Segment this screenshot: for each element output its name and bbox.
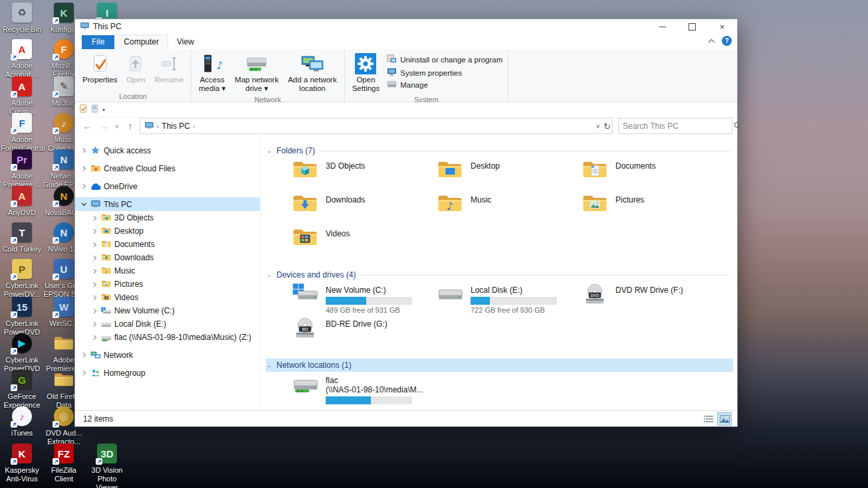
map-network-drive-button[interactable]: Map network drive ▾ bbox=[231, 50, 282, 95]
desktop-icon-3d-vision-photo-viewer[interactable]: 3D3D Vision Photo Viewer bbox=[86, 443, 128, 488]
desktop-icon-filezilla-client[interactable]: FZFileZilla Client bbox=[43, 443, 85, 483]
chevron-right-icon[interactable] bbox=[80, 370, 87, 376]
folder-tile-pictures[interactable]: Pictures bbox=[581, 191, 726, 225]
chevron-right-icon[interactable] bbox=[80, 147, 87, 153]
chevron-down-icon[interactable]: ⌄ bbox=[266, 272, 272, 278]
details-view-button[interactable] bbox=[701, 412, 716, 426]
search-icon[interactable] bbox=[730, 122, 746, 131]
collapse-ribbon-icon[interactable] bbox=[708, 39, 715, 43]
chevron-right-icon[interactable] bbox=[91, 295, 98, 301]
desktop-icon-adobe-creative[interactable]: AAdobe Creati... bbox=[1, 76, 43, 116]
title-bar[interactable]: This PC × bbox=[75, 19, 737, 34]
thumbnail-view-button[interactable] bbox=[717, 412, 732, 426]
folder-tile-desktop[interactable]: Desktop bbox=[436, 157, 581, 191]
folder-tile-3d-objects[interactable]: 3D Objects bbox=[291, 157, 436, 191]
breadcrumb-this-pc[interactable]: This PC bbox=[162, 122, 190, 131]
qat-properties-icon[interactable] bbox=[79, 104, 87, 115]
sidebar-item-music[interactable]: ♪Music bbox=[75, 264, 260, 278]
chevron-right-icon[interactable] bbox=[91, 268, 98, 274]
uninstall-program-button[interactable]: Uninstall or change a program bbox=[384, 52, 505, 66]
close-button[interactable]: × bbox=[707, 19, 737, 34]
folder-tile-music[interactable]: ♪Music bbox=[436, 191, 581, 225]
desktop-icon-cyberlink-powerdv[interactable]: PCyberLink PowerDV... bbox=[1, 258, 43, 299]
breadcrumb-chevron-icon[interactable]: › bbox=[157, 123, 159, 130]
tab-view[interactable]: View bbox=[168, 35, 203, 49]
section-header-network[interactable]: ⌄Network locations (1) bbox=[266, 359, 733, 372]
drive-tile-local-disk-e[interactable]: Local Disk (E:)722 GB free of 930 GB bbox=[436, 282, 581, 315]
network-tile-flac[interactable]: flac (\\NAS-01-98-10\media\M... bbox=[291, 372, 436, 410]
qat-customize-icon[interactable]: ▾ bbox=[102, 107, 105, 113]
forward-button[interactable]: → bbox=[96, 119, 111, 133]
chevron-down-icon[interactable] bbox=[80, 201, 87, 207]
chevron-right-icon[interactable] bbox=[91, 255, 98, 261]
sidebar-item-network[interactable]: Network bbox=[75, 348, 260, 362]
desktop-icon-kaspersky-anti-virus[interactable]: KKaspersky Anti-Virus bbox=[1, 443, 43, 483]
refresh-icon[interactable]: ↻ bbox=[603, 122, 611, 131]
section-header-drives[interactable]: ⌄Devices and drives (4) bbox=[266, 268, 733, 282]
chevron-down-icon[interactable]: ⌄ bbox=[266, 362, 272, 368]
rename-button[interactable]: Rename bbox=[151, 50, 187, 86]
manage-button[interactable]: Manage bbox=[384, 79, 505, 91]
sidebar-item-pictures[interactable]: Pictures bbox=[75, 278, 260, 291]
chevron-right-icon[interactable] bbox=[80, 183, 87, 189]
sidebar-item-3d-objects[interactable]: 3D Objects bbox=[75, 211, 260, 224]
drive-tile-bd-re-drive-g[interactable]: BDBD-RE Drive (G:) bbox=[291, 315, 436, 349]
search-box[interactable] bbox=[618, 118, 732, 134]
address-bar[interactable]: › This PC › ∨ ↻ bbox=[140, 118, 613, 134]
address-dropdown-icon[interactable]: ∨ bbox=[596, 123, 601, 129]
drive-tile-new-volume-c[interactable]: New Volume (C:)489 GB free of 931 GB bbox=[291, 282, 436, 315]
chevron-right-icon[interactable] bbox=[91, 308, 98, 314]
chevron-right-icon[interactable] bbox=[80, 352, 87, 358]
sidebar-item-onedrive[interactable]: OneDrive bbox=[75, 179, 260, 193]
chevron-right-icon[interactable] bbox=[91, 321, 98, 327]
sidebar-item-documents[interactable]: Documents bbox=[75, 238, 260, 251]
maximize-button[interactable] bbox=[677, 19, 707, 34]
up-button[interactable]: ↑ bbox=[123, 119, 138, 133]
desktop-icon-adobe-acrobat[interactable]: AAdobe Acrobat ... bbox=[1, 39, 43, 79]
chevron-down-icon[interactable]: ⌄ bbox=[266, 147, 272, 154]
chevron-right-icon[interactable] bbox=[91, 215, 98, 221]
sidebar-item-quick-access[interactable]: Quick access bbox=[75, 143, 260, 157]
sidebar-item-downloads[interactable]: Downloads bbox=[75, 251, 260, 264]
chevron-right-icon[interactable] bbox=[91, 228, 98, 234]
minimize-button[interactable] bbox=[647, 19, 677, 34]
add-network-location-button[interactable]: Add a network location bbox=[284, 50, 341, 95]
open-settings-button[interactable]: Open Settings bbox=[348, 50, 384, 95]
back-button[interactable]: ← bbox=[80, 119, 94, 133]
sidebar-item-creative-cloud-files[interactable]: Creative Cloud Files bbox=[75, 161, 260, 175]
sidebar-item-local-disk-e[interactable]: Local Disk (E:) bbox=[75, 317, 260, 331]
chevron-right-icon[interactable] bbox=[91, 282, 98, 287]
drive-tile-dvd-rw-drive-f[interactable]: DVDDVD RW Drive (F:) bbox=[581, 282, 726, 315]
sidebar-item-flac-nas-01-98-10-media-music-z[interactable]: flac (\\NAS-01-98-10\media\Music) (Z:) bbox=[75, 331, 260, 344]
recent-locations-icon[interactable]: ∨ bbox=[113, 119, 121, 133]
help-icon[interactable]: ? bbox=[722, 36, 732, 46]
chevron-right-icon[interactable] bbox=[91, 242, 98, 248]
properties-button[interactable]: Properties bbox=[78, 50, 121, 86]
desktop-icon-adobe-premiere-app[interactable]: PrAdobe Premiere ... bbox=[1, 149, 43, 189]
chevron-right-icon[interactable] bbox=[91, 335, 98, 341]
qat-new-folder-icon[interactable] bbox=[91, 104, 98, 115]
sidebar-item-this-pc[interactable]: This PC bbox=[75, 197, 260, 211]
folder-tile-videos[interactable]: Videos bbox=[291, 225, 436, 259]
desktop-icon-recycle-bin[interactable]: ♻Recycle Bin bbox=[1, 2, 43, 34]
sidebar-item-desktop[interactable]: Desktop bbox=[75, 224, 260, 238]
folder-tile-downloads[interactable]: Downloads bbox=[291, 191, 436, 225]
tab-file[interactable]: File bbox=[82, 35, 114, 49]
desktop-icon-itunes[interactable]: ♪iTunes bbox=[1, 406, 43, 438]
access-media-button[interactable]: ♪ Access media ▾ bbox=[195, 50, 229, 95]
system-properties-button[interactable]: System properties bbox=[384, 66, 505, 79]
search-input[interactable] bbox=[619, 122, 730, 131]
sidebar-item-videos[interactable]: Videos bbox=[75, 291, 260, 304]
open-button[interactable]: Open bbox=[122, 50, 149, 86]
folder-tile-documents[interactable]: Documents bbox=[581, 157, 726, 191]
tab-computer[interactable]: Computer bbox=[114, 35, 168, 49]
sidebar-item-homegroup[interactable]: Homegroup bbox=[75, 366, 260, 380]
sidebar-item-new-volume-c[interactable]: New Volume (C:) bbox=[75, 304, 260, 317]
desktop-icon-anydvd[interactable]: AAnyDVD bbox=[1, 185, 43, 217]
desktop-icon-cold-turkey[interactable]: TCold Turkey bbox=[1, 222, 43, 254]
desktop-icon-adobe-formscentral[interactable]: FAdobe FormsCentral bbox=[1, 112, 43, 153]
chevron-right-icon[interactable] bbox=[80, 165, 87, 171]
breadcrumb-chevron-icon[interactable]: › bbox=[193, 123, 195, 130]
desktop-icon-geforce-experience[interactable]: GGeForce Experience bbox=[1, 369, 43, 410]
section-header-folders[interactable]: ⌄Folders (7) bbox=[266, 144, 733, 157]
